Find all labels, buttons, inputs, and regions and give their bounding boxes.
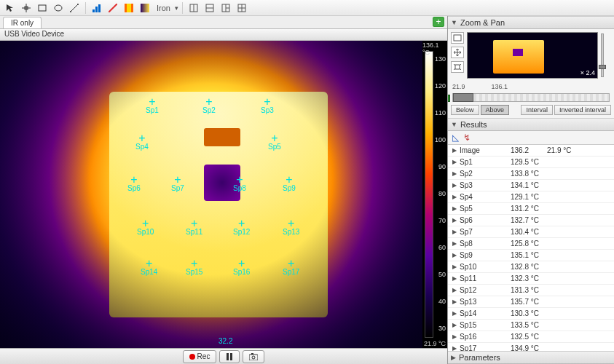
svg-point-2 [55,5,62,11]
results-toolbar: ◺ ↯ [448,131,614,145]
below-button[interactable]: Below [451,105,479,115]
svg-rect-26 [454,35,461,41]
zoom-slider-thumb[interactable] [599,65,606,69]
result-name: Sp11 [460,274,511,282]
result-row-sp17[interactable]: ▶Sp17134.9 °C [448,343,614,351]
range-marker [448,95,450,102]
result-row-image[interactable]: ▶Image136.221.9 °C [448,145,614,157]
parameters-header[interactable]: ▶Parameters [448,351,614,364]
result-value-1: 136.2 [511,146,547,154]
result-row-sp9[interactable]: ▶Sp9135.1 °C [448,250,614,261]
svg-rect-22 [230,353,232,360]
palette-fire-icon[interactable] [122,1,136,15]
interval-button[interactable]: Interval [521,105,553,115]
result-row-sp10[interactable]: ▶Sp10132.8 °C [448,261,614,273]
scale-tick: 40 [438,298,446,305]
result-row-sp6[interactable]: ▶Sp6132.7 °C [448,215,614,226]
record-icon [189,354,195,360]
vignette [0,41,422,348]
center-temp-readout: 32.2 [219,337,232,345]
thermal-viewport[interactable]: Sp1Sp2Sp3Sp4Sp5Sp6Sp7Sp8Sp9Sp10Sp11Sp12S… [0,41,447,348]
range-hi-label: 136.1 [492,83,508,90]
mini-overview[interactable]: × 2.4 [467,32,598,79]
snapshot-button[interactable] [243,350,264,363]
result-value-1: 131.2 °C [511,205,547,213]
result-row-sp12[interactable]: ▶Sp12131.3 °C [448,285,614,296]
expand-icon: ▶ [452,322,460,328]
expand-icon: ▶ [452,264,460,270]
result-row-sp14[interactable]: ▶Sp14130.3 °C [448,308,614,320]
thermal-image[interactable]: Sp1Sp2Sp3Sp4Sp5Sp6Sp7Sp8Sp9Sp10Sp11Sp12S… [0,41,422,348]
result-name: Sp4 [460,193,511,201]
palette-name[interactable]: Iron [154,4,173,12]
zoom-pan-title: Zoom & Pan [460,18,505,27]
pan-button[interactable] [451,47,464,58]
above-button[interactable]: Above [481,105,510,115]
result-value-1: 132.8 °C [511,263,547,271]
add-tab-button[interactable]: + [433,17,444,27]
rect-tool[interactable] [35,1,50,15]
actual-size-button[interactable] [451,61,464,73]
result-row-sp2[interactable]: ▶Sp2133.8 °C [448,168,614,180]
palette-dropdown-icon[interactable]: ▾ [175,4,178,12]
color-scale[interactable]: 136.1 °C 13012011010090807060504030 21.9… [422,41,447,348]
results-tool-clear-icon[interactable]: ↯ [463,132,471,143]
pause-button[interactable] [219,350,240,363]
results-tool-shape-icon[interactable]: ◺ [452,132,459,143]
palette-grad-icon[interactable] [138,1,152,15]
layout-2-icon[interactable] [202,1,217,15]
expand-icon: ▶ [452,217,460,223]
scale-min-label: 21.9 °C [424,340,446,347]
result-value-1: 132.5 °C [511,333,547,341]
result-name: Sp9 [460,251,511,259]
expand-icon: ▶ [452,252,460,258]
result-row-sp11[interactable]: ▶Sp11132.3 °C [448,273,614,285]
result-row-sp4[interactable]: ▶Sp4129.1 °C [448,191,614,203]
fit-window-button[interactable] [451,32,464,44]
scale-tick: 50 [438,271,446,278]
level-span-slider[interactable] [452,93,610,102]
results-list[interactable]: ▶Image136.221.9 °C▶Sp1129.5 °C▶Sp2133.8 … [448,145,614,351]
tab-ir-only[interactable]: IR only [3,17,42,28]
layout-1-icon[interactable] [186,1,201,15]
record-button[interactable]: Rec [183,350,217,363]
result-row-sp8[interactable]: ▶Sp8125.8 °C [448,238,614,250]
result-value-1: 132.3 °C [511,274,547,282]
playback-controls: Rec [0,348,447,364]
svg-point-3 [70,11,71,12]
expand-icon: ▶ [452,147,460,154]
result-row-sp1[interactable]: ▶Sp1129.5 °C [448,157,614,168]
result-row-sp13[interactable]: ▶Sp13135.7 °C [448,296,614,308]
result-name: Sp1 [460,158,511,166]
pointer-tool[interactable] [3,1,17,15]
ellipse-tool[interactable] [51,1,66,15]
expand-icon: ▶ [452,159,460,165]
result-row-sp15[interactable]: ▶Sp15133.5 °C [448,320,614,331]
svg-rect-27 [455,65,460,69]
crosshair-tool[interactable] [19,1,34,15]
result-value-1: 131.3 °C [511,286,547,294]
result-row-sp16[interactable]: ▶Sp16132.5 °C [448,331,614,343]
layout-4-icon[interactable] [235,1,249,15]
layout-3-icon[interactable] [219,1,233,15]
results-header[interactable]: ▼Results [448,118,614,131]
result-row-sp5[interactable]: ▶Sp5131.2 °C [448,203,614,215]
scale-tick: 100 [435,136,446,143]
svg-point-4 [77,4,79,5]
range-selection[interactable] [453,93,473,102]
palette-bars-icon[interactable] [90,1,104,15]
result-row-sp3[interactable]: ▶Sp3134.1 °C [448,180,614,191]
line-tool[interactable] [67,1,82,15]
expand-icon: ▶ [452,298,460,305]
result-value-1: 133.8 °C [511,170,547,178]
inverted-interval-button[interactable]: Inverted interval [554,105,611,115]
separator [182,2,183,14]
zoom-pan-header[interactable]: ▼Zoom & Pan [448,16,614,29]
device-name-bar: USB Video Device [0,29,447,41]
svg-rect-6 [95,7,98,12]
mini-hot-region [493,40,544,74]
result-row-sp7[interactable]: ▶Sp7130.4 °C [448,226,614,238]
scale-tick: 30 [438,325,446,332]
zoom-slider[interactable] [601,32,611,79]
palette-diag-icon[interactable] [106,1,120,15]
